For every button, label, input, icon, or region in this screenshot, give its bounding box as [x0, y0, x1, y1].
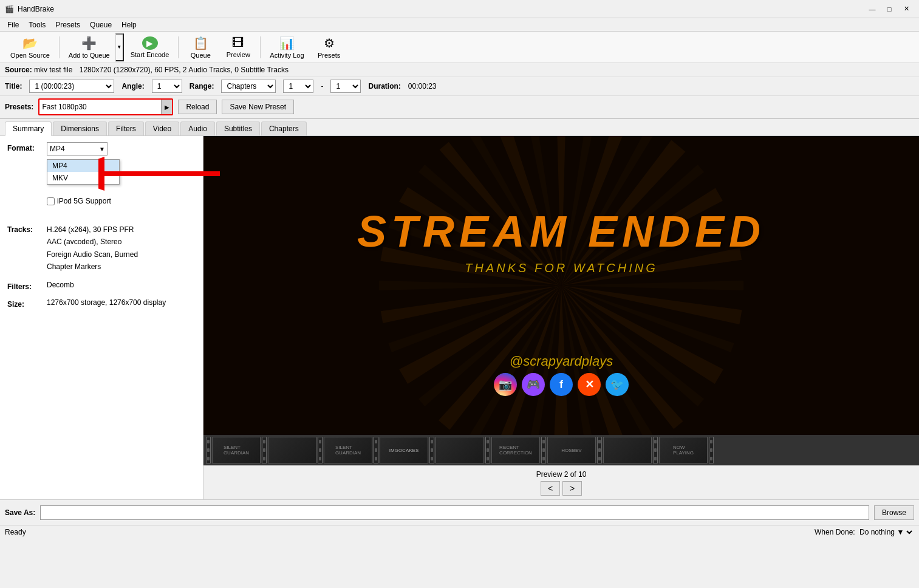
film-marker-1: [206, 437, 211, 463]
film-marker-2: [262, 437, 267, 463]
film-frame-4[interactable]: IMGOCAKES: [380, 437, 428, 463]
next-preview-button[interactable]: >: [562, 481, 582, 496]
tracks-info: H.264 (x264), 30 FPS PFR AAC (avcoded), …: [47, 224, 196, 273]
film-frame-6[interactable]: RECENTCORRECTION: [491, 437, 540, 463]
tracks-label: Tracks:: [7, 224, 47, 234]
controls-bar: Title: 1 (00:00:23) Angle: 1 Range: Chap…: [0, 77, 919, 96]
tab-video[interactable]: Video: [145, 121, 179, 135]
format-label: Format:: [7, 142, 47, 152]
range-separator: -: [321, 82, 323, 91]
preview-icon: 🎞: [232, 36, 244, 50]
range-to-select[interactable]: 1: [330, 80, 361, 93]
status-bar: Ready When Done: Do nothing ▼: [0, 525, 919, 538]
source-info: 1280x720 (1280x720), 60 FPS, 2 Audio Tra…: [80, 66, 289, 74]
range-label: Range:: [190, 82, 214, 91]
tab-chapters[interactable]: Chapters: [261, 121, 307, 135]
red-arrow-icon: [98, 156, 220, 194]
title-label: Title:: [5, 82, 22, 91]
angle-label: Angle:: [121, 82, 144, 91]
title-select[interactable]: 1 (00:00:23): [29, 80, 114, 93]
film-marker-4: [374, 437, 378, 463]
save-path-input[interactable]: [40, 505, 869, 520]
open-source-icon: 📂: [22, 36, 38, 50]
activity-log-button[interactable]: 📊 Activity Log: [264, 33, 309, 61]
film-frame-7[interactable]: HOSBEV: [547, 437, 596, 463]
start-encode-button[interactable]: ▶ Start Encode: [125, 33, 175, 61]
film-frame-2[interactable]: [268, 437, 316, 463]
film-frame-9[interactable]: NOWPLAYING: [659, 437, 708, 463]
presets-button[interactable]: ⚙ Presets: [311, 33, 347, 61]
format-select-wrapper: MP4 MKV ▼: [47, 142, 108, 156]
play-icon: ▶: [142, 36, 158, 50]
angle-select[interactable]: 1: [152, 80, 182, 93]
film-marker-10: [709, 437, 714, 463]
menu-queue[interactable]: Queue: [85, 19, 117, 30]
minimize-button[interactable]: —: [864, 3, 880, 15]
browse-button[interactable]: Browse: [874, 505, 914, 520]
twitter-icon: 🐦: [606, 373, 629, 396]
preset-select-wrapper: ▶: [38, 98, 173, 115]
queue-button[interactable]: 📋 Queue: [182, 33, 219, 61]
filters-label: Filters:: [7, 281, 47, 291]
menu-presets[interactable]: Presets: [50, 19, 85, 30]
film-frame-5[interactable]: [436, 437, 484, 463]
source-label: Source:: [5, 66, 32, 74]
stream-ended-title: STREAM ENDED: [357, 207, 765, 256]
duration-label: Duration:: [368, 82, 400, 91]
preset-input[interactable]: [39, 100, 161, 114]
source-filename: mkv test file: [34, 66, 72, 74]
film-frame-3[interactable]: SILENTGUARDIAN: [324, 437, 372, 463]
preset-arrow-button[interactable]: ▶: [161, 100, 172, 114]
add-to-queue-group: ➕ Add to Queue ▼: [63, 33, 124, 61]
duration-value: 00:00:23: [408, 82, 437, 91]
range-from-select[interactable]: 1: [283, 80, 313, 93]
video-preview: STREAM ENDED THANKS FOR WATCHING @scrapy…: [203, 136, 919, 435]
window-controls: — □ ✕: [864, 3, 914, 15]
tab-dimensions[interactable]: Dimensions: [53, 121, 107, 135]
save-new-preset-button[interactable]: Save New Preset: [222, 100, 294, 114]
reload-button[interactable]: Reload: [178, 100, 217, 114]
open-source-button[interactable]: 📂 Open Source: [5, 33, 55, 61]
facebook-icon: f: [550, 373, 573, 396]
menu-file[interactable]: File: [2, 19, 24, 30]
filters-value: Decomb: [47, 281, 196, 289]
preview-button[interactable]: 🎞 Preview: [220, 33, 256, 61]
prev-preview-button[interactable]: <: [541, 481, 560, 496]
ipod-support-label: iPod 5G Support: [57, 197, 111, 205]
close-button[interactable]: ✕: [898, 3, 914, 15]
range-type-select[interactable]: Chapters: [221, 80, 276, 93]
ipod-support-row: iPod 5G Support: [47, 197, 196, 205]
tab-filters[interactable]: Filters: [108, 121, 144, 135]
app-icon: 🎬: [5, 5, 14, 13]
tab-subtitles[interactable]: Subtitles: [216, 121, 260, 135]
add-to-queue-icon: ➕: [81, 36, 97, 50]
film-marker-7: [541, 437, 546, 463]
track-1: H.264 (x264), 30 FPS PFR: [47, 224, 196, 236]
tab-audio[interactable]: Audio: [180, 121, 215, 135]
social-handle: @scrapyardplays: [510, 354, 613, 369]
presets-bar: Presets: ▶ Reload Save New Preset: [0, 96, 919, 119]
add-to-queue-dropdown-button[interactable]: ▼: [115, 33, 124, 61]
tracks-row: Tracks: H.264 (x264), 30 FPS PFR AAC (av…: [7, 224, 196, 273]
menu-tools[interactable]: Tools: [24, 19, 50, 30]
menu-help[interactable]: Help: [117, 19, 142, 30]
queue-icon: 📋: [193, 36, 208, 50]
toolbar-separator-1: [59, 36, 60, 58]
when-done-select[interactable]: Do nothing ▼: [857, 527, 914, 538]
film-frame-1[interactable]: SILENTGUARDIAN: [212, 437, 261, 463]
social-icons: 📷 🎮 f ✕ 🐦: [494, 373, 629, 396]
add-to-queue-button[interactable]: ➕ Add to Queue: [63, 33, 115, 61]
title-bar: 🎬 HandBrake — □ ✕: [0, 0, 919, 18]
ipod-support-checkbox[interactable]: [47, 197, 55, 205]
title-text: HandBrake: [18, 5, 54, 13]
save-as-label: Save As:: [5, 508, 35, 517]
maximize-button[interactable]: □: [881, 3, 897, 15]
presets-bar-label: Presets:: [5, 103, 33, 111]
filters-row: Filters: Decomb: [7, 281, 196, 291]
format-select[interactable]: MP4 MKV: [47, 142, 108, 156]
film-frame-8[interactable]: [603, 437, 652, 463]
right-panel: STREAM ENDED THANKS FOR WATCHING @scrapy…: [203, 136, 919, 499]
tab-summary[interactable]: Summary: [5, 121, 52, 136]
twitch-icon: 🎮: [522, 373, 545, 396]
size-value: 1276x700 storage, 1276x700 display: [47, 298, 196, 307]
